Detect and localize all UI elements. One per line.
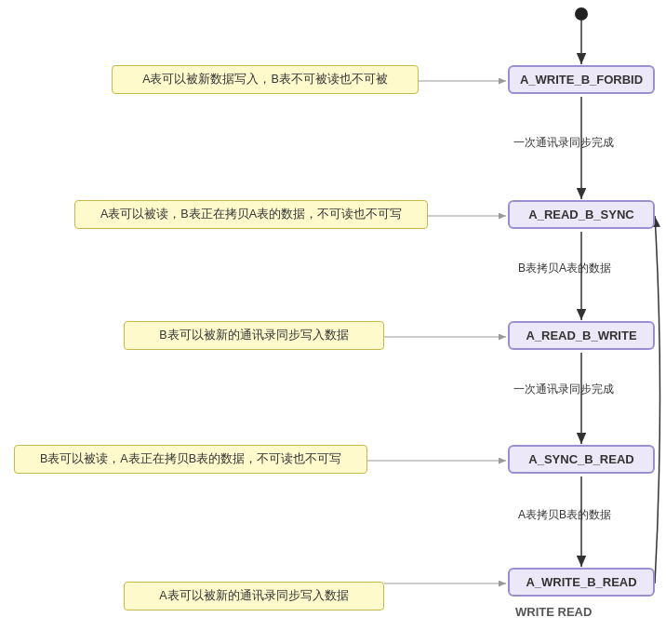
- note-1: A表可以被新数据写入，B表不可被读也不可被: [112, 65, 419, 94]
- diagram: 一次通讯录同步完成 B表拷贝A表的数据 一次通讯录同步完成 A表拷贝B表的数据 …: [0, 0, 666, 644]
- note-2: A表可以被读，B表正在拷贝A表的数据，不可读也不可写: [74, 200, 428, 229]
- state-a-read-b-write: A_READ_B_WRITE: [508, 321, 655, 350]
- note-3: B表可以被新的通讯录同步写入数据: [124, 321, 384, 350]
- state-a-write-b-read: A_WRITE_B_READ: [508, 568, 655, 597]
- state-a-sync-b-read: A_SYNC_B_READ: [508, 445, 655, 474]
- state-a-write-b-forbid: A_WRITE_B_FORBID: [508, 65, 655, 94]
- note-4: B表可以被读，A表正在拷贝B表的数据，不可读也不可写: [14, 445, 367, 474]
- state-a-read-b-sync: A_READ_B_SYNC: [508, 200, 655, 229]
- label-s3-s4: 一次通讯录同步完成: [513, 382, 614, 397]
- note-5: A表可以被新的通讯录同步写入数据: [124, 582, 384, 610]
- label-s4-s5: A表拷贝B表的数据: [518, 507, 611, 523]
- label-s1-s2: 一次通讯录同步完成: [513, 135, 614, 151]
- label-s2-s3: B表拷贝A表的数据: [518, 261, 611, 276]
- start-dot: [575, 7, 588, 20]
- bottom-label: WRITE READ: [515, 605, 592, 619]
